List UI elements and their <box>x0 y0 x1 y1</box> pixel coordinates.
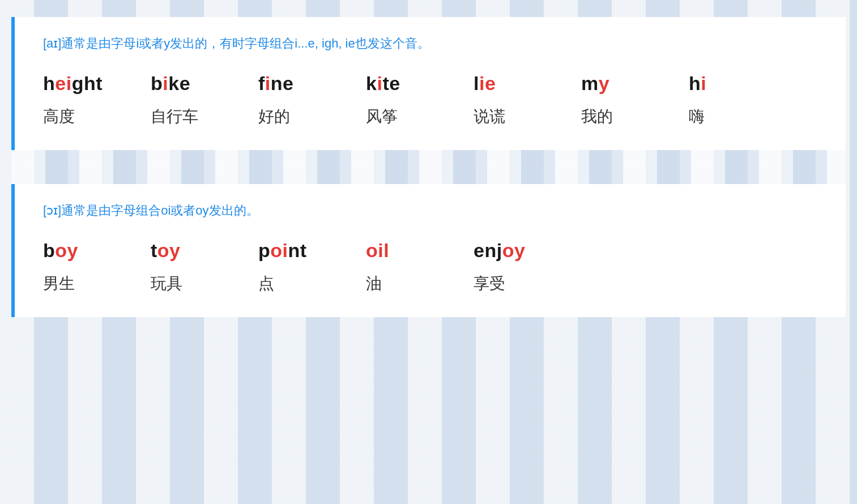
word-cell: fine <box>258 72 366 95</box>
word: boy <box>43 240 78 262</box>
word: point <box>258 240 307 262</box>
translation: 油 <box>366 273 382 294</box>
translation-cell: 油 <box>366 273 474 294</box>
word: kite <box>366 72 400 95</box>
section-oi-description: [ɔɪ]通常是由字母组合oi或者oy发出的。 <box>43 201 817 220</box>
section-oi-words-row: boytoypointoilenjoy <box>43 240 817 262</box>
word-cell: oil <box>366 240 474 262</box>
word-cell: kite <box>366 72 474 95</box>
translation-cell: 玩具 <box>151 273 258 294</box>
translation: 说谎 <box>474 106 505 127</box>
translation-cell: 风筝 <box>366 106 474 127</box>
word-cell: enjoy <box>474 240 581 262</box>
word-cell: toy <box>151 240 258 262</box>
translation-cell: 说谎 <box>474 106 581 127</box>
translation-cell: 我的 <box>581 106 689 127</box>
word: lie <box>474 72 496 95</box>
section-ai: [aɪ]通常是由字母i或者y发出的，有时字母组合i...e, igh, ie也发… <box>11 17 846 150</box>
translation-cell: 男生 <box>43 273 151 294</box>
section-oi-translations-row: 男生玩具点油享受 <box>43 273 817 294</box>
page-background: [aɪ]通常是由字母i或者y发出的，有时字母组合i...e, igh, ie也发… <box>0 0 857 504</box>
translation: 好的 <box>258 106 290 127</box>
word-cell: point <box>258 240 366 262</box>
translation-cell: 好的 <box>258 106 366 127</box>
section-ai-description: [aɪ]通常是由字母i或者y发出的，有时字母组合i...e, igh, ie也发… <box>43 34 817 53</box>
word-cell: hi <box>689 72 796 95</box>
word: hi <box>689 72 706 95</box>
translation: 男生 <box>43 273 75 294</box>
word: bike <box>151 72 190 95</box>
translation-cell: 点 <box>258 273 366 294</box>
word: fine <box>258 72 293 95</box>
translation: 点 <box>258 273 274 294</box>
translation: 玩具 <box>151 273 182 294</box>
translation: 我的 <box>581 106 613 127</box>
translation: 高度 <box>43 106 75 127</box>
word-cell: my <box>581 72 689 95</box>
word-cell: height <box>43 72 151 95</box>
translation-cell: 自行车 <box>151 106 258 127</box>
word-cell: lie <box>474 72 581 95</box>
translation-cell: 嗨 <box>689 106 796 127</box>
translation: 自行车 <box>151 106 198 127</box>
word-cell: bike <box>151 72 258 95</box>
translation: 风筝 <box>366 106 398 127</box>
translation-cell: 高度 <box>43 106 151 127</box>
section-divider <box>11 150 846 184</box>
section-ai-words-row: heightbikefinekiteliemyhi <box>43 72 817 95</box>
word: toy <box>151 240 181 262</box>
word-cell: boy <box>43 240 151 262</box>
word: my <box>581 72 609 95</box>
translation-cell: 享受 <box>474 273 581 294</box>
translation: 嗨 <box>689 106 705 127</box>
word: enjoy <box>474 240 525 262</box>
section-ai-translations-row: 高度自行车好的风筝说谎我的嗨 <box>43 106 817 127</box>
word: height <box>43 72 103 95</box>
translation: 享受 <box>474 273 505 294</box>
section-oi: [ɔɪ]通常是由字母组合oi或者oy发出的。 boytoypointoilenj… <box>11 184 846 317</box>
word: oil <box>366 240 389 262</box>
